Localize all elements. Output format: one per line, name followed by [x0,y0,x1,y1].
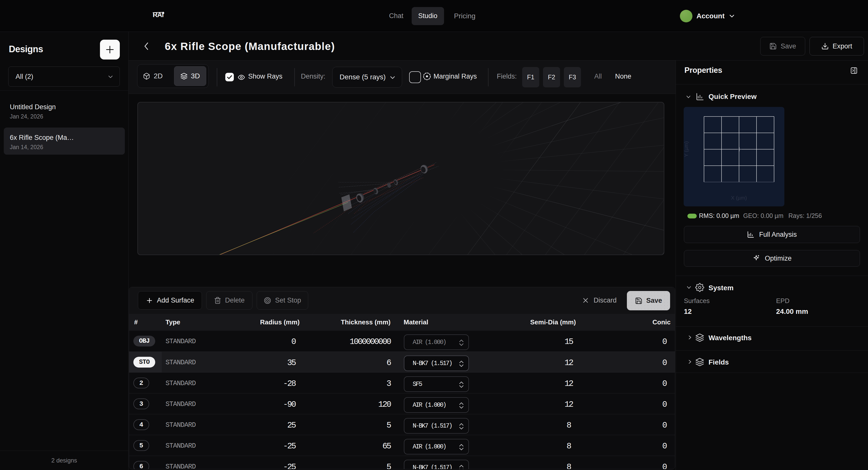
svg-text:Y (µm): Y (µm) [684,141,689,157]
svg-text:X (µm): X (µm) [731,195,747,200]
